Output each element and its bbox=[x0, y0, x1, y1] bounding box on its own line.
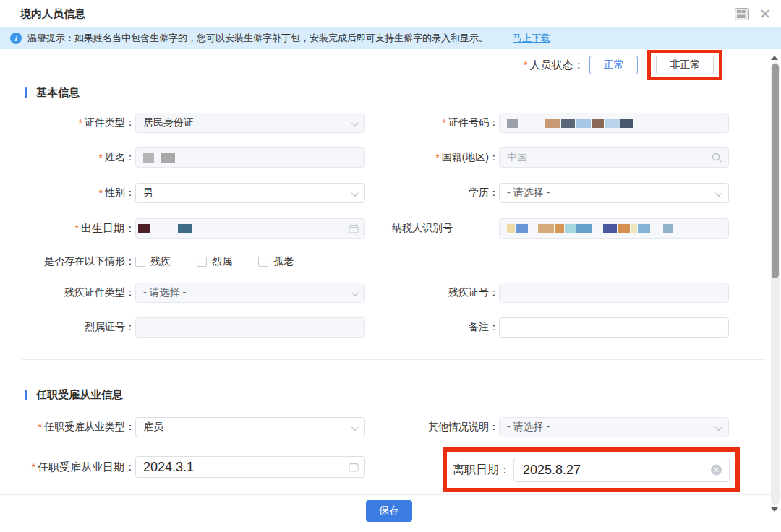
situations-label: 是否存在以下情形： bbox=[22, 255, 135, 268]
situation-disabled: 残疾 bbox=[135, 255, 171, 268]
section-employment-title: 任职受雇从业信息 bbox=[36, 388, 123, 402]
disability-cert-type-select[interactable]: - 请选择 - bbox=[135, 283, 365, 303]
cert-type-label: *证件类型： bbox=[22, 116, 135, 129]
info-icon: i bbox=[10, 33, 22, 44]
birth-date-input[interactable] bbox=[135, 218, 365, 239]
field-remark: 备注： bbox=[376, 317, 729, 338]
search-icon[interactable] bbox=[711, 152, 722, 163]
redacted-block bbox=[663, 224, 673, 233]
redacted-block bbox=[516, 224, 528, 233]
remark-label: 备注： bbox=[376, 321, 499, 334]
redacted-block bbox=[538, 224, 554, 233]
name-input[interactable] bbox=[135, 147, 365, 168]
domestic-personnel-dialog: 境内人员信息 ✕ i 温馨提示：如果姓名当中包含生僻字的，您可以安装生僻字补丁包… bbox=[0, 0, 781, 532]
download-now-link[interactable]: 马上下载 bbox=[513, 32, 550, 45]
nationality-input[interactable]: 中国 bbox=[499, 147, 729, 168]
redacted-block bbox=[618, 224, 630, 233]
other-note-select[interactable]: - 请选择 - bbox=[499, 417, 729, 437]
dialog-title: 境内人员信息 bbox=[20, 0, 85, 27]
redacted-block bbox=[631, 224, 637, 233]
chevron-down-icon bbox=[715, 424, 722, 431]
martyr-no-label: 烈属证号： bbox=[22, 321, 135, 334]
employ-date-input[interactable]: 2024.3.1 bbox=[135, 456, 365, 478]
redacted-block bbox=[143, 153, 154, 163]
taxpayer-id-input[interactable] bbox=[499, 218, 729, 239]
redacted-block bbox=[638, 224, 650, 233]
scrollbar-down-arrow[interactable] bbox=[771, 507, 778, 512]
redacted-block bbox=[592, 119, 604, 128]
field-disability-no: 残疾证号： bbox=[376, 283, 729, 303]
birth-date-label: *出生日期： bbox=[22, 222, 135, 236]
close-icon[interactable]: ✕ bbox=[759, 7, 771, 21]
other-note-label: 其他情况说明： bbox=[376, 421, 499, 434]
section-basic-info: 基本信息 bbox=[25, 86, 80, 100]
field-situations: 是否存在以下情形： 残疾 烈属 孤老 bbox=[22, 254, 320, 269]
gender-select[interactable]: 男 bbox=[135, 183, 365, 203]
field-cert-no: *证件号码： bbox=[376, 113, 729, 133]
checkbox-elderly-alone[interactable] bbox=[258, 257, 268, 267]
field-martyr-no: 烈属证号： bbox=[22, 317, 365, 338]
redacted-block bbox=[576, 119, 591, 128]
field-other-note: 其他情况说明： - 请选择 - bbox=[376, 417, 729, 437]
video-icon[interactable] bbox=[735, 8, 749, 20]
redacted-block bbox=[178, 224, 192, 233]
field-name: *姓名： bbox=[22, 147, 365, 168]
disability-no-input[interactable] bbox=[499, 283, 729, 303]
redacted-block bbox=[161, 153, 175, 163]
status-abnormal-button[interactable]: 非正常 bbox=[656, 56, 714, 74]
personnel-status-label: *人员状态： bbox=[524, 59, 584, 72]
name-label: *姓名： bbox=[22, 151, 135, 164]
save-button[interactable]: 保存 bbox=[366, 500, 412, 522]
leave-date-input[interactable]: 2025.8.27 ✕ bbox=[513, 458, 730, 482]
status-normal-button[interactable]: 正常 bbox=[589, 56, 638, 74]
situation-elderly-alone: 孤老 bbox=[258, 255, 294, 268]
field-cert-type: *证件类型： 居民身份证 bbox=[22, 113, 365, 133]
remark-input[interactable] bbox=[499, 317, 729, 338]
redacted-block bbox=[138, 224, 150, 233]
nationality-label: *国籍(地区)： bbox=[376, 151, 499, 164]
chevron-down-icon bbox=[351, 189, 359, 197]
chevron-down-icon bbox=[351, 289, 359, 296]
field-birth-date: *出生日期： bbox=[22, 218, 365, 239]
cert-no-input[interactable] bbox=[499, 113, 729, 133]
taxpayer-id-label: 纳税人识别号 bbox=[376, 222, 499, 235]
annotation-box-leave-date: 离职日期： 2025.8.27 ✕ bbox=[443, 447, 740, 492]
section-accent-bar bbox=[25, 390, 27, 400]
chevron-down-icon bbox=[715, 189, 722, 197]
checkbox-disabled[interactable] bbox=[135, 257, 145, 267]
employ-type-label: *任职受雇从业类型： bbox=[22, 421, 135, 434]
education-select[interactable]: - 请选择 - bbox=[499, 183, 729, 203]
chevron-down-icon bbox=[351, 119, 359, 126]
martyr-no-input[interactable] bbox=[135, 317, 365, 338]
field-taxpayer-id: 纳税人识别号 bbox=[376, 218, 729, 239]
calendar-icon[interactable] bbox=[349, 462, 359, 472]
redacted-block bbox=[605, 119, 620, 128]
education-label: 学历： bbox=[376, 186, 499, 200]
redacted-block bbox=[576, 224, 592, 233]
field-gender: *性别： 男 bbox=[22, 183, 365, 203]
disability-cert-type-label: 残疾证件类型： bbox=[22, 286, 135, 299]
field-nationality: *国籍(地区)： 中国 bbox=[376, 147, 729, 168]
employ-type-select[interactable]: 雇员 bbox=[135, 417, 365, 437]
clear-icon[interactable]: ✕ bbox=[711, 465, 722, 476]
banner-text: 温馨提示：如果姓名当中包含生僻字的，您可以安装生僻字补丁包，安装完成后即可支持生… bbox=[27, 32, 488, 45]
rare-character-tip-banner: i 温馨提示：如果姓名当中包含生僻字的，您可以安装生僻字补丁包，安装完成后即可支… bbox=[0, 27, 781, 49]
required-star: * bbox=[524, 59, 527, 71]
footer-divider bbox=[0, 494, 781, 495]
annotation-box-status: 非正常 bbox=[647, 50, 722, 80]
redacted-block bbox=[561, 119, 575, 128]
scrollbar-thumb[interactable] bbox=[772, 64, 779, 278]
field-employ-type: *任职受雇从业类型： 雇员 bbox=[22, 417, 365, 437]
redacted-block bbox=[507, 224, 515, 233]
checkbox-martyr-family[interactable] bbox=[197, 257, 207, 267]
redacted-block bbox=[620, 119, 633, 128]
field-employ-date: *任职受雇从业日期： 2024.3.1 bbox=[22, 456, 365, 478]
situation-martyr-family: 烈属 bbox=[197, 255, 232, 268]
calendar-icon bbox=[349, 223, 359, 233]
scrollbar-up-arrow[interactable] bbox=[771, 56, 778, 60]
field-disability-cert-type: 残疾证件类型： - 请选择 - bbox=[22, 283, 365, 303]
scrollbar-track[interactable] bbox=[771, 62, 780, 505]
cert-no-label: *证件号码： bbox=[376, 116, 499, 129]
cert-type-select[interactable]: 居民身份证 bbox=[135, 113, 365, 133]
redacted-block bbox=[603, 224, 617, 233]
